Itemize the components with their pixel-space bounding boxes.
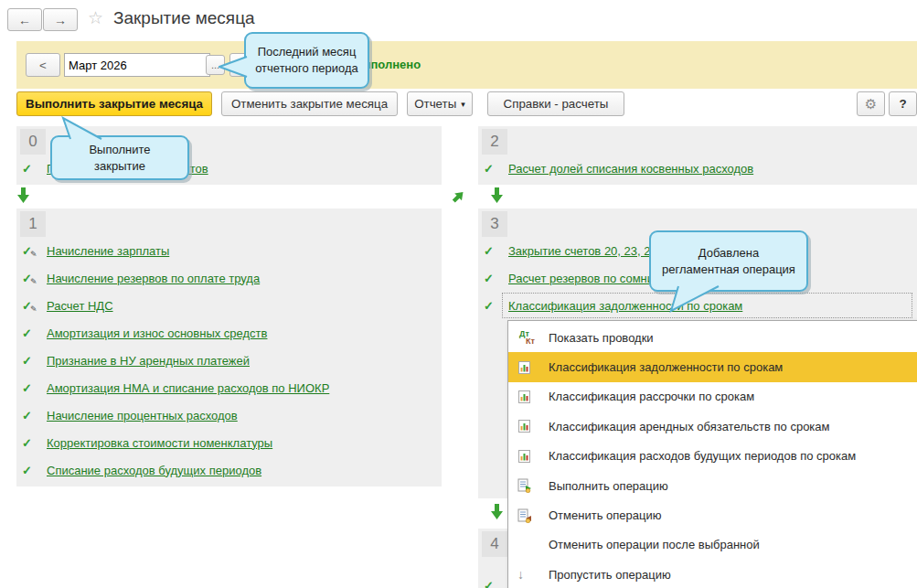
operation-row: ✓ Корректировка стоимости номенклатуры bbox=[16, 429, 442, 456]
menu-item-deferred-expenses-classification[interactable]: Классификация расходов будущих периодов … bbox=[508, 442, 917, 471]
report-icon bbox=[517, 389, 538, 405]
callout-period: Последний месяц отчетного периода bbox=[244, 32, 369, 89]
perform-closing-button[interactable]: Выполнить закрытие месяца bbox=[16, 91, 212, 116]
check-icon: ✓ bbox=[484, 579, 501, 588]
operation-link[interactable]: Расчет долей списания косвенных расходов bbox=[508, 162, 753, 176]
menu-item-debt-classification[interactable]: Классификация задолженности по срокам bbox=[508, 352, 917, 381]
previous-month-button[interactable]: < bbox=[26, 53, 60, 77]
operation-link[interactable]: Корректировка стоимости номенклатуры bbox=[47, 436, 272, 450]
section-3-number: 3 bbox=[482, 211, 507, 237]
reports-menu-button[interactable]: Отчеты ▾ bbox=[407, 91, 473, 116]
check-icon: ✓ bbox=[22, 354, 39, 368]
check-icon: ✓ bbox=[484, 244, 501, 258]
section-4-number: 4 bbox=[482, 531, 507, 557]
callout-text: Последний месяц bbox=[258, 44, 357, 60]
check-icon: ✓ bbox=[22, 409, 39, 422]
check-icon: ✓ bbox=[484, 272, 501, 285]
check-icon: ✓ bbox=[22, 464, 39, 477]
check-icon: ✓ bbox=[22, 436, 39, 450]
operation-row: ✓ Амортизация НМА и списание расходов по… bbox=[16, 374, 442, 401]
favorite-star-icon[interactable]: ☆ bbox=[88, 7, 103, 28]
menu-item-label: Пропустить операцию bbox=[549, 568, 671, 582]
operation-row: ✓✎ Начисление зарплаты bbox=[16, 237, 442, 264]
report-icon bbox=[517, 359, 538, 376]
menu-item-cancel-operation[interactable]: Отменить операцию bbox=[508, 500, 917, 529]
operation-link[interactable]: Расчет НДС bbox=[47, 299, 113, 313]
references-calculations-button[interactable]: Справки - расчеты bbox=[487, 91, 624, 116]
check-edited-icon: ✓✎ bbox=[22, 244, 39, 258]
callout-text: Выполните bbox=[89, 142, 150, 158]
no-icon bbox=[517, 537, 538, 553]
operation-link[interactable]: Списание расходов будущих периодов bbox=[47, 464, 261, 477]
check-icon: ✓ bbox=[22, 381, 39, 395]
operation-link[interactable]: Начисление процентных расходов bbox=[47, 409, 238, 422]
section-1: 1 ✓✎ Начисление зарплаты ✓✎ Начисление р… bbox=[16, 208, 442, 486]
callout-tail-up bbox=[52, 116, 107, 140]
down-arrow-icon bbox=[490, 187, 504, 204]
menu-item-label: Показать проводки bbox=[549, 331, 654, 345]
down-arrow-icon bbox=[16, 187, 30, 204]
check-edited-icon: ✓✎ bbox=[22, 299, 39, 313]
menu-item-skip-operation[interactable]: ↓ Пропустить операцию bbox=[508, 560, 917, 588]
callout-text: регламентная операция bbox=[662, 262, 795, 278]
operation-row: ✓ Начисление процентных расходов bbox=[16, 401, 442, 429]
section-2: 2 ✓ Расчет долей списания косвенных расх… bbox=[478, 126, 917, 185]
menu-item-label: Классификация задолженности по срокам bbox=[549, 360, 783, 374]
back-button[interactable]: ← bbox=[7, 8, 42, 31]
page-title: Закрытие месяца bbox=[113, 8, 255, 28]
menu-item-cancel-operations-after[interactable]: Отменить операции после выбранной bbox=[508, 530, 917, 560]
check-icon: ✓ bbox=[22, 326, 39, 340]
menu-item-label: Классификация расходов будущих периодов … bbox=[549, 449, 856, 463]
down-arrow-icon bbox=[490, 504, 504, 520]
check-icon: ✓ bbox=[22, 162, 39, 176]
check-icon: ✓ bbox=[484, 162, 501, 176]
cancel-closing-button[interactable]: Отменить закрытие месяца bbox=[221, 91, 398, 116]
report-icon bbox=[517, 448, 538, 465]
diagonal-up-right-arrow-icon bbox=[452, 188, 467, 204]
callout-text: Добавлена bbox=[698, 245, 759, 262]
callout-perform: Выполните закрытие bbox=[50, 135, 189, 180]
operation-row: ✓✎ Расчет НДС bbox=[16, 292, 442, 319]
report-icon bbox=[517, 418, 538, 434]
context-menu: ДтКт Показать проводки Классификация зад… bbox=[507, 320, 917, 588]
operation-link[interactable]: Начисление зарплаты bbox=[47, 244, 169, 258]
callout-added: Добавлена регламентная операция bbox=[649, 230, 808, 292]
menu-item-perform-operation[interactable]: Выполнить операцию bbox=[508, 471, 917, 500]
menu-item-lease-classification[interactable]: Классификация арендных обязательств по с… bbox=[508, 412, 917, 441]
forward-button[interactable]: → bbox=[43, 8, 78, 31]
section-2-number: 2 bbox=[482, 129, 507, 155]
operation-link[interactable]: Признание в НУ арендных платежей bbox=[47, 354, 250, 368]
month-closing-window: ← → ☆ Закрытие месяца < ... > Выполнено … bbox=[0, 0, 917, 588]
callout-text: закрытие bbox=[94, 158, 145, 175]
operation-row: ✓ Расчет долей списания косвенных расход… bbox=[478, 155, 917, 182]
period-bar: < ... > Выполнено bbox=[16, 41, 917, 89]
operation-row: ✓ Списание расходов будущих периодов bbox=[16, 456, 442, 484]
posting-dtkt-icon: ДтКт bbox=[517, 329, 538, 346]
month-input[interactable] bbox=[64, 53, 210, 77]
check-edited-icon: ✓✎ bbox=[22, 272, 39, 285]
operation-row: ✓✎ Начисление резервов по оплате труда bbox=[16, 264, 442, 292]
operation-link[interactable]: Начисление резервов по оплате труда bbox=[47, 272, 260, 285]
menu-item-label: Отменить операцию bbox=[549, 508, 661, 522]
help-button[interactable]: ? bbox=[889, 91, 917, 116]
perform-operation-icon bbox=[517, 477, 538, 494]
menu-item-installment-classification[interactable]: Классификация рассрочки по срокам bbox=[508, 382, 917, 412]
gear-icon[interactable]: ⚙ bbox=[857, 91, 885, 116]
menu-item-label: Классификация арендных обязательств по с… bbox=[549, 420, 830, 433]
callout-text: отчетного периода bbox=[255, 60, 358, 77]
chevron-down-icon: ▾ bbox=[461, 100, 465, 109]
check-icon: ✓ bbox=[484, 299, 501, 313]
menu-item-label: Отменить операции после выбранной bbox=[549, 538, 760, 551]
operation-row: ✓ Амортизация и износ основных средств bbox=[16, 319, 442, 347]
skip-arrow-icon: ↓ bbox=[517, 566, 538, 583]
operation-row: ✓ Признание в НУ арендных платежей bbox=[16, 347, 442, 374]
section-1-number: 1 bbox=[20, 211, 46, 237]
cancel-operation-icon bbox=[517, 508, 538, 524]
callout-tail-down bbox=[662, 284, 726, 314]
menu-item-label: Классификация рассрочки по срокам bbox=[549, 390, 754, 403]
operation-link[interactable]: Амортизация и износ основных средств bbox=[47, 326, 267, 340]
section-0-number: 0 bbox=[20, 129, 46, 155]
menu-item-show-postings[interactable]: ДтКт Показать проводки bbox=[508, 323, 917, 352]
reports-label: Отчеты bbox=[414, 97, 456, 111]
operation-link[interactable]: Амортизация НМА и списание расходов по Н… bbox=[47, 381, 329, 395]
